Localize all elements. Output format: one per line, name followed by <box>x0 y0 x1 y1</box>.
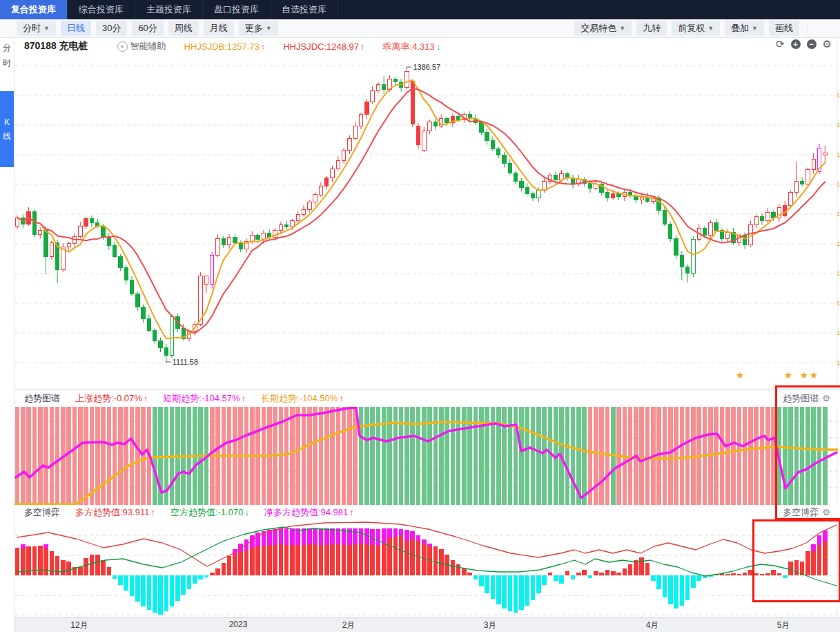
sidebar-fenshi-char: 时 <box>0 55 14 70</box>
battle-corner-label: 多空博弈 ⚙ <box>783 506 830 519</box>
svg-text:1: 1 <box>837 211 840 218</box>
tool-chip-4[interactable]: 叠加▼ <box>725 21 764 36</box>
period-chip-label-2: 日线 <box>67 22 85 35</box>
svg-text:1: 1 <box>837 300 840 307</box>
sidebar-kline-char: 线 <box>3 129 11 143</box>
period-chip-5[interactable]: 周线 <box>168 21 199 36</box>
period-chip-group: 分时▼日线30分60分周线月线更多▼ <box>17 19 283 37</box>
tool-chip-5[interactable]: 画线 <box>769 21 799 36</box>
x-axis-label-1: 12月 <box>70 620 88 631</box>
symbol-title: 870188 充电桩 <box>24 40 88 52</box>
signal-star-icon: ★ <box>800 370 809 381</box>
tool-chip-label-1: 交易特色 <box>580 22 616 35</box>
trading-app-window: { "nav": {"tabs": [ {"label": "复合投资库", "… <box>0 0 840 632</box>
peak-price-label: 1386.57 <box>413 63 440 71</box>
top-nav-bar: 复合投资库综合投资库主题投资库盘口投资库自选投资库 <box>0 0 840 19</box>
toolbar-divider <box>808 22 808 35</box>
indicator-1: HHJSJDB:1257.73↑ <box>184 41 266 52</box>
trend-corner-title: 趋势图谱 <box>783 392 819 405</box>
period-chip-label-7: 更多 <box>245 22 263 35</box>
sidebar-item-fenshi[interactable]: 分时 <box>0 40 14 70</box>
nav-tab-4[interactable]: 盘口投资库 <box>203 0 271 19</box>
nav-tab-2[interactable]: 综合投资库 <box>68 0 135 19</box>
up-arrow-icon: ↑ <box>242 393 246 403</box>
svg-text:1: 1 <box>837 122 840 128</box>
smart-assist-label: 智能辅助 <box>130 40 166 52</box>
chevron-down-circle-icon: ▾ <box>117 41 128 52</box>
tool-chip-label-5: 画线 <box>775 22 793 35</box>
svg-text:1: 1 <box>837 151 840 158</box>
sidebar-item-kline[interactable]: K线 <box>0 91 14 167</box>
period-chip-3[interactable]: 30分 <box>96 21 127 36</box>
chart-window-icons: ⟳ + − ⚙ <box>770 38 832 50</box>
period-chip-label-3: 30分 <box>102 22 121 35</box>
stat-2: 空方趋势值:-1.070↓ <box>170 507 249 517</box>
chevron-down-icon: ▼ <box>43 25 50 32</box>
nav-tab-3[interactable]: 主题投资库 <box>135 0 203 19</box>
refresh-icon[interactable]: ⟳ <box>776 38 785 50</box>
period-chip-label-5: 周线 <box>175 22 193 35</box>
stat-1: 多方趋势值:93.911↑ <box>75 507 155 517</box>
signal-star-icon: ★ <box>810 370 819 381</box>
period-chip-label-1: 分时 <box>23 22 41 35</box>
tool-chip-label-2: 九转 <box>643 22 661 35</box>
svg-text:1: 1 <box>837 92 840 99</box>
zoom-out-icon[interactable]: − <box>807 39 817 49</box>
nav-tab-5[interactable]: 自选投资库 <box>271 0 338 19</box>
up-arrow-icon: ↑ <box>144 393 148 403</box>
x-axis-label-6: 5月 <box>777 620 790 631</box>
period-chip-1[interactable]: 分时▼ <box>17 21 56 36</box>
settings-gear-icon[interactable]: ⚙ <box>823 38 832 50</box>
stat-3: 净多方趋势值:94.981↑ <box>264 507 354 517</box>
nav-tab-1[interactable]: 复合投资库 <box>0 0 68 19</box>
indicator-values: HHJSJDB:1257.73↑HHJSJDC:1248.97↑乖离率:4.31… <box>166 40 441 53</box>
svg-text:1: 1 <box>837 329 840 336</box>
period-chip-2[interactable]: 日线 <box>61 21 91 36</box>
battle-gear-icon[interactable]: ⚙ <box>822 507 830 517</box>
trough-price-label: 1111.58 <box>173 358 198 366</box>
signal-star-icon: ★ <box>736 370 745 381</box>
x-axis-strip: 12月20232月3月4月5月 <box>14 617 840 632</box>
indicator-3: 乖离率:4.313↓ <box>383 41 441 52</box>
battle-panel-header: 多空博弈 多方趋势值:93.911↑空方趋势值:-1.070↓净多方趋势值:94… <box>14 505 840 519</box>
up-arrow-icon: ↑ <box>360 41 365 52</box>
period-chip-7[interactable]: 更多▼ <box>239 21 278 36</box>
period-chip-4[interactable]: 60分 <box>132 21 163 36</box>
svg-text:1: 1 <box>837 181 840 188</box>
sidebar-fenshi-char: 分 <box>0 40 14 55</box>
stat-2: 短期趋势:-104.57%↑ <box>163 393 246 403</box>
chevron-down-icon: ▼ <box>707 25 714 32</box>
candles-layer <box>15 71 827 358</box>
chevron-down-icon: ▼ <box>619 25 625 32</box>
zoom-in-icon[interactable]: + <box>791 39 801 49</box>
battle-panel-title: 多空博弈 <box>24 506 60 519</box>
up-arrow-icon: ↑ <box>339 393 344 403</box>
chevron-down-icon: ▼ <box>266 25 272 32</box>
down-arrow-icon: ↓ <box>244 507 249 517</box>
chart-canvas: 1386.571111.58★★★★1111111111 <box>0 0 840 632</box>
tool-chip-label-4: 叠加 <box>731 22 749 35</box>
trend-corner-label: 趋势图谱 ⚙ <box>783 392 830 405</box>
tool-chip-3[interactable]: 前复权▼ <box>672 21 720 36</box>
up-arrow-icon: ↑ <box>150 507 155 517</box>
tool-chip-1[interactable]: 交易特色▼ <box>574 21 632 36</box>
tool-chip-label-3: 前复权 <box>678 22 705 35</box>
period-chip-6[interactable]: 月线 <box>204 21 234 36</box>
chevron-down-icon: ▼ <box>752 25 758 32</box>
x-axis-label-5: 4月 <box>646 620 659 631</box>
svg-text:1: 1 <box>837 359 840 366</box>
stat-3: 长期趋势:-104.50%↑ <box>261 393 344 403</box>
sidebar-kline-char: K <box>4 115 10 129</box>
tool-chip-2[interactable]: 九转 <box>636 21 667 36</box>
smart-assist-button[interactable]: ▾ 智能辅助 <box>117 40 166 52</box>
trend-panel-stats: 上涨趋势:-0.07%↑短期趋势:-104.57%↑长期趋势:-104.50%↑ <box>60 392 344 405</box>
x-axis-label-3: 2月 <box>342 620 355 631</box>
indicator-2: HHJSJDC:1248.97↑ <box>283 41 364 52</box>
svg-text:1: 1 <box>837 270 840 277</box>
down-arrow-icon: ↓ <box>436 41 441 52</box>
trend-gear-icon[interactable]: ⚙ <box>822 393 830 403</box>
svg-text:1: 1 <box>837 240 840 247</box>
battle-panel-stats: 多方趋势值:93.911↑空方趋势值:-1.070↓净多方趋势值:94.981↑ <box>60 506 354 519</box>
period-chip-label-4: 60分 <box>138 22 157 35</box>
battle-bars-layer <box>15 528 828 615</box>
